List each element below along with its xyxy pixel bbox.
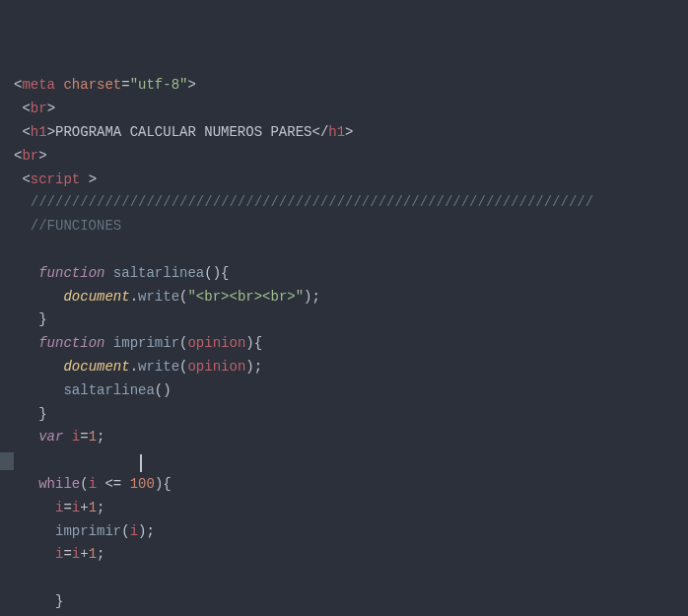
code-line[interactable]: i=i+1; <box>14 543 593 567</box>
code-line[interactable]: <br> <box>14 98 593 121</box>
code-line[interactable] <box>14 449 593 473</box>
code-line[interactable]: //FUNCIONES <box>14 215 593 239</box>
code-line[interactable]: while(i <= 100){ <box>14 473 593 497</box>
code-line[interactable]: <br> <box>14 145 593 169</box>
code-line[interactable]: <script > <box>14 169 593 192</box>
code-line[interactable]: function imprimir(opinion){ <box>14 332 593 356</box>
text-cursor <box>140 454 142 472</box>
line-selection-marker <box>0 452 14 470</box>
code-line[interactable]: saltarlinea() <box>14 379 593 403</box>
code-line[interactable]: i=i+1; <box>14 497 593 520</box>
editor-gutter <box>0 0 14 616</box>
code-line[interactable] <box>14 567 593 590</box>
code-line[interactable]: ////////////////////////////////////////… <box>14 191 593 215</box>
code-line[interactable]: } <box>14 308 593 332</box>
code-line[interactable]: } <box>14 590 593 614</box>
code-line[interactable]: var i=1; <box>14 426 593 449</box>
code-line[interactable] <box>14 239 593 262</box>
code-line[interactable]: function saltarlinea(){ <box>14 262 593 286</box>
code-line[interactable]: imprimir(i); <box>14 520 593 544</box>
code-area[interactable]: <meta charset="utf-8"> <br> <h1>PROGRAMA… <box>14 0 593 616</box>
code-editor[interactable]: <meta charset="utf-8"> <br> <h1>PROGRAMA… <box>0 0 688 616</box>
code-line[interactable]: <h1>PROGRAMA CALCULAR NUMEROS PARES</h1> <box>14 121 593 145</box>
code-line[interactable]: document.write("<br><br><br>"); <box>14 286 593 309</box>
code-line[interactable]: } <box>14 403 593 427</box>
code-line[interactable]: document.write(opinion); <box>14 356 593 379</box>
code-line[interactable]: <meta charset="utf-8"> <box>14 74 593 98</box>
